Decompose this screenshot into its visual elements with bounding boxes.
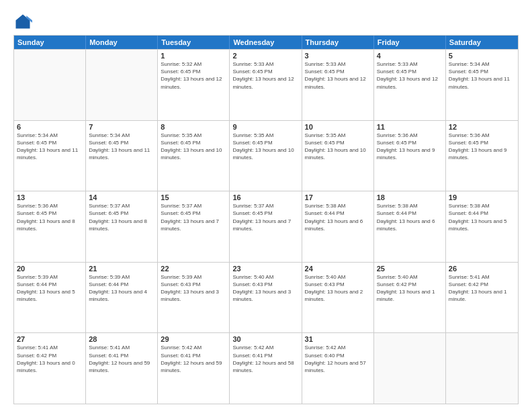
day-header-thursday: Thursday bbox=[302, 36, 374, 49]
day-info: Sunrise: 5:36 AM Sunset: 6:45 PM Dayligh… bbox=[17, 202, 83, 232]
calendar-week-4: 20Sunrise: 5:39 AM Sunset: 6:44 PM Dayli… bbox=[14, 262, 518, 333]
calendar-cell: 10Sunrise: 5:35 AM Sunset: 6:45 PM Dayli… bbox=[302, 121, 374, 191]
day-number: 24 bbox=[305, 265, 371, 273]
day-header-friday: Friday bbox=[374, 36, 446, 49]
day-header-saturday: Saturday bbox=[446, 36, 518, 49]
logo-icon bbox=[13, 12, 32, 31]
day-number: 9 bbox=[232, 123, 298, 131]
day-info: Sunrise: 5:40 AM Sunset: 6:43 PM Dayligh… bbox=[232, 273, 298, 304]
calendar-week-2: 6Sunrise: 5:34 AM Sunset: 6:45 PM Daylig… bbox=[14, 120, 518, 191]
day-info: Sunrise: 5:34 AM Sunset: 6:45 PM Dayligh… bbox=[17, 132, 83, 162]
day-number: 17 bbox=[305, 193, 371, 201]
day-number: 23 bbox=[232, 265, 298, 273]
day-info: Sunrise: 5:37 AM Sunset: 6:45 PM Dayligh… bbox=[161, 202, 226, 232]
page: SundayMondayTuesdayWednesdayThursdayFrid… bbox=[0, 0, 532, 411]
calendar-cell: 25Sunrise: 5:40 AM Sunset: 6:42 PM Dayli… bbox=[374, 263, 446, 333]
calendar-cell bbox=[86, 50, 158, 120]
day-info: Sunrise: 5:37 AM Sunset: 6:45 PM Dayligh… bbox=[89, 202, 154, 232]
calendar-cell: 20Sunrise: 5:39 AM Sunset: 6:44 PM Dayli… bbox=[14, 263, 86, 333]
calendar-week-5: 27Sunrise: 5:41 AM Sunset: 6:42 PM Dayli… bbox=[14, 332, 518, 404]
calendar-header: SundayMondayTuesdayWednesdayThursdayFrid… bbox=[14, 36, 518, 49]
calendar-cell bbox=[374, 333, 446, 404]
calendar-cell: 27Sunrise: 5:41 AM Sunset: 6:42 PM Dayli… bbox=[14, 333, 86, 404]
calendar-cell: 2Sunrise: 5:33 AM Sunset: 6:45 PM Daylig… bbox=[230, 50, 302, 120]
calendar-cell: 3Sunrise: 5:33 AM Sunset: 6:45 PM Daylig… bbox=[302, 50, 374, 120]
day-number: 14 bbox=[89, 193, 154, 201]
day-info: Sunrise: 5:39 AM Sunset: 6:44 PM Dayligh… bbox=[89, 273, 154, 304]
calendar-cell: 29Sunrise: 5:42 AM Sunset: 6:41 PM Dayli… bbox=[158, 333, 230, 404]
day-info: Sunrise: 5:37 AM Sunset: 6:45 PM Dayligh… bbox=[232, 202, 298, 232]
calendar-week-1: 1Sunrise: 5:32 AM Sunset: 6:45 PM Daylig… bbox=[14, 49, 518, 120]
day-number: 11 bbox=[377, 123, 443, 131]
day-info: Sunrise: 5:42 AM Sunset: 6:40 PM Dayligh… bbox=[305, 344, 371, 374]
calendar-cell: 28Sunrise: 5:41 AM Sunset: 6:41 PM Dayli… bbox=[86, 333, 158, 404]
calendar-cell bbox=[14, 50, 86, 120]
day-info: Sunrise: 5:34 AM Sunset: 6:45 PM Dayligh… bbox=[449, 60, 515, 91]
day-info: Sunrise: 5:33 AM Sunset: 6:45 PM Dayligh… bbox=[377, 60, 443, 91]
day-number: 30 bbox=[232, 335, 298, 343]
day-info: Sunrise: 5:35 AM Sunset: 6:45 PM Dayligh… bbox=[161, 132, 226, 162]
day-info: Sunrise: 5:38 AM Sunset: 6:44 PM Dayligh… bbox=[305, 202, 371, 232]
day-info: Sunrise: 5:41 AM Sunset: 6:42 PM Dayligh… bbox=[449, 273, 515, 304]
day-number: 13 bbox=[17, 193, 83, 201]
calendar-cell: 7Sunrise: 5:34 AM Sunset: 6:45 PM Daylig… bbox=[86, 121, 158, 191]
day-number: 1 bbox=[161, 52, 226, 60]
calendar-cell: 1Sunrise: 5:32 AM Sunset: 6:45 PM Daylig… bbox=[158, 50, 230, 120]
day-info: Sunrise: 5:42 AM Sunset: 6:41 PM Dayligh… bbox=[232, 344, 298, 374]
calendar-cell: 17Sunrise: 5:38 AM Sunset: 6:44 PM Dayli… bbox=[302, 191, 374, 262]
day-number: 15 bbox=[161, 193, 226, 201]
day-number: 3 bbox=[305, 52, 371, 60]
calendar-cell: 16Sunrise: 5:37 AM Sunset: 6:45 PM Dayli… bbox=[230, 191, 302, 262]
calendar-cell: 30Sunrise: 5:42 AM Sunset: 6:41 PM Dayli… bbox=[230, 333, 302, 404]
day-number: 8 bbox=[161, 123, 226, 131]
day-header-sunday: Sunday bbox=[14, 36, 86, 49]
logo bbox=[13, 12, 35, 31]
calendar-body: 1Sunrise: 5:32 AM Sunset: 6:45 PM Daylig… bbox=[14, 49, 518, 404]
day-info: Sunrise: 5:40 AM Sunset: 6:42 PM Dayligh… bbox=[377, 273, 443, 304]
calendar-cell: 9Sunrise: 5:35 AM Sunset: 6:45 PM Daylig… bbox=[230, 121, 302, 191]
day-number: 2 bbox=[232, 52, 298, 60]
day-info: Sunrise: 5:42 AM Sunset: 6:41 PM Dayligh… bbox=[161, 344, 226, 374]
calendar: SundayMondayTuesdayWednesdayThursdayFrid… bbox=[13, 35, 519, 404]
day-number: 22 bbox=[161, 265, 226, 273]
day-number: 4 bbox=[377, 52, 443, 60]
calendar-week-3: 13Sunrise: 5:36 AM Sunset: 6:45 PM Dayli… bbox=[14, 191, 518, 262]
day-info: Sunrise: 5:33 AM Sunset: 6:45 PM Dayligh… bbox=[232, 60, 298, 91]
day-number: 10 bbox=[305, 123, 371, 131]
day-info: Sunrise: 5:32 AM Sunset: 6:45 PM Dayligh… bbox=[161, 60, 226, 91]
day-number: 28 bbox=[89, 335, 154, 343]
day-number: 21 bbox=[89, 265, 154, 273]
calendar-cell: 8Sunrise: 5:35 AM Sunset: 6:45 PM Daylig… bbox=[158, 121, 230, 191]
day-header-monday: Monday bbox=[86, 36, 158, 49]
day-number: 26 bbox=[449, 265, 515, 273]
day-info: Sunrise: 5:41 AM Sunset: 6:42 PM Dayligh… bbox=[17, 344, 83, 374]
header bbox=[13, 12, 519, 31]
calendar-cell: 19Sunrise: 5:38 AM Sunset: 6:44 PM Dayli… bbox=[446, 191, 518, 262]
day-info: Sunrise: 5:34 AM Sunset: 6:45 PM Dayligh… bbox=[89, 132, 154, 162]
calendar-cell: 11Sunrise: 5:36 AM Sunset: 6:45 PM Dayli… bbox=[374, 121, 446, 191]
day-info: Sunrise: 5:35 AM Sunset: 6:45 PM Dayligh… bbox=[305, 132, 371, 162]
day-info: Sunrise: 5:35 AM Sunset: 6:45 PM Dayligh… bbox=[232, 132, 298, 162]
day-info: Sunrise: 5:39 AM Sunset: 6:44 PM Dayligh… bbox=[17, 273, 83, 304]
day-number: 6 bbox=[17, 123, 83, 131]
day-number: 19 bbox=[449, 193, 515, 201]
calendar-cell: 22Sunrise: 5:39 AM Sunset: 6:43 PM Dayli… bbox=[158, 263, 230, 333]
day-number: 16 bbox=[232, 193, 298, 201]
day-number: 27 bbox=[17, 335, 83, 343]
day-number: 7 bbox=[89, 123, 154, 131]
day-info: Sunrise: 5:38 AM Sunset: 6:44 PM Dayligh… bbox=[377, 202, 443, 232]
day-info: Sunrise: 5:36 AM Sunset: 6:45 PM Dayligh… bbox=[377, 132, 443, 162]
day-info: Sunrise: 5:38 AM Sunset: 6:44 PM Dayligh… bbox=[449, 202, 515, 232]
day-number: 20 bbox=[17, 265, 83, 273]
calendar-cell bbox=[446, 333, 518, 404]
calendar-cell: 18Sunrise: 5:38 AM Sunset: 6:44 PM Dayli… bbox=[374, 191, 446, 262]
day-info: Sunrise: 5:39 AM Sunset: 6:43 PM Dayligh… bbox=[161, 273, 226, 304]
calendar-cell: 6Sunrise: 5:34 AM Sunset: 6:45 PM Daylig… bbox=[14, 121, 86, 191]
day-info: Sunrise: 5:33 AM Sunset: 6:45 PM Dayligh… bbox=[305, 60, 371, 91]
svg-marker-0 bbox=[16, 15, 30, 29]
calendar-cell: 24Sunrise: 5:40 AM Sunset: 6:43 PM Dayli… bbox=[302, 263, 374, 333]
calendar-cell: 21Sunrise: 5:39 AM Sunset: 6:44 PM Dayli… bbox=[86, 263, 158, 333]
day-info: Sunrise: 5:41 AM Sunset: 6:41 PM Dayligh… bbox=[89, 344, 154, 374]
calendar-cell: 26Sunrise: 5:41 AM Sunset: 6:42 PM Dayli… bbox=[446, 263, 518, 333]
day-number: 12 bbox=[449, 123, 515, 131]
